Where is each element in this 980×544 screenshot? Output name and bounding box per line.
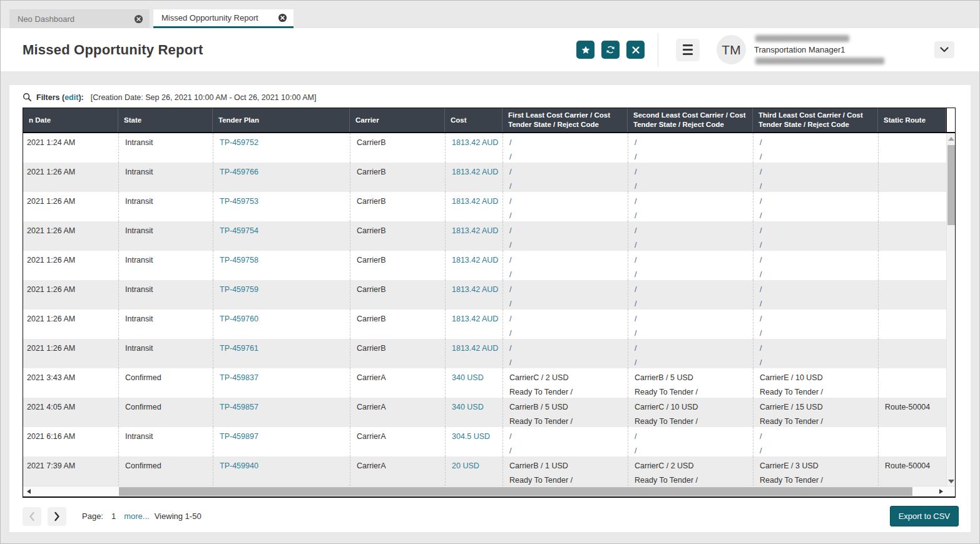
cell-text: Intransit xyxy=(125,226,153,235)
cell-cost: 1813.42 AUD xyxy=(445,310,503,339)
table-row[interactable]: 2021 6:16 AMIntransitTP-459897CarrierA30… xyxy=(23,427,946,456)
table-row[interactable]: 2021 7:39 AMConfirmedTP-459940CarrierA20… xyxy=(23,456,946,486)
column-header-tender-plan[interactable]: Tender Plan xyxy=(213,108,350,132)
tender-plan-link[interactable]: TP-459761 xyxy=(220,344,258,353)
scroll-down-icon[interactable] xyxy=(948,480,954,483)
user-menu-button[interactable] xyxy=(934,41,954,58)
table-row[interactable]: 2021 1:26 AMIntransitTP-459759CarrierB18… xyxy=(23,280,946,310)
column-header-cost[interactable]: Cost xyxy=(445,108,503,132)
cost-link[interactable]: 1813.42 AUD xyxy=(452,285,498,294)
scroll-up-icon[interactable] xyxy=(948,137,954,141)
menu-button[interactable] xyxy=(676,39,700,61)
table-row[interactable]: 2021 4:05 AMConfirmedTP-459857CarrierA34… xyxy=(23,398,946,427)
export-csv-button[interactable]: Export to CSV xyxy=(890,506,959,526)
tender-plan-link[interactable]: TP-459857 xyxy=(220,403,258,411)
column-header-third-least-cost[interactable]: Third Least Cost Carrier / Cost Tender S… xyxy=(753,108,878,132)
cell-state: Intransit xyxy=(118,310,213,339)
cell-date: 2021 3:43 AM xyxy=(23,368,118,398)
cell-first-least-cost: CarrierB / 5 USDReady To Tender / xyxy=(503,398,628,427)
scroll-left-icon[interactable] xyxy=(27,489,31,494)
tender-plan-link[interactable]: TP-459754 xyxy=(220,226,258,235)
cost-link[interactable]: 1813.42 AUD xyxy=(452,168,498,176)
cost-link[interactable]: 304.5 USD xyxy=(452,432,490,441)
column-header-static-route[interactable]: Static Route xyxy=(878,108,946,132)
first-least-cost-carrier-cost: CarrierC / 2 USD xyxy=(509,373,623,382)
tab-bar: Neo Dashboard Missed Opportunity Report xyxy=(1,1,979,28)
cost-link[interactable]: 1813.42 AUD xyxy=(452,197,498,206)
tab-missed-opportunity-report[interactable]: Missed Opportunity Report xyxy=(153,9,293,28)
horizontal-scroll-thumb[interactable] xyxy=(119,487,912,496)
vertical-scroll-thumb[interactable] xyxy=(947,145,955,225)
tender-plan-link[interactable]: TP-459837 xyxy=(220,373,258,382)
avatar[interactable]: TM xyxy=(717,35,746,64)
table-row[interactable]: 2021 1:26 AMIntransitTP-459761CarrierB18… xyxy=(23,339,946,368)
column-header-carrier[interactable]: Carrier xyxy=(350,108,445,132)
table-row[interactable]: 2021 3:43 AMConfirmedTP-459837CarrierA34… xyxy=(23,368,946,398)
scroll-right-icon[interactable] xyxy=(939,489,943,494)
cell-second-least-cost: // xyxy=(628,280,753,310)
third-least-cost-carrier-cost: CarrierE / 15 USD xyxy=(760,403,873,411)
tender-plan-link[interactable]: TP-459753 xyxy=(220,197,258,206)
column-header-second-least-cost[interactable]: Second Least Cost Carrier / Cost Tender … xyxy=(628,108,753,132)
more-pages-link[interactable]: more... xyxy=(124,511,149,521)
next-page-button[interactable] xyxy=(48,507,66,526)
cost-link[interactable]: 1813.42 AUD xyxy=(452,344,498,353)
cell-state: Confirmed xyxy=(118,398,213,427)
first-least-cost-tender-state: Ready To Tender / xyxy=(509,388,623,396)
cell-second-least-cost: // xyxy=(628,427,753,456)
tender-plan-link[interactable]: TP-459897 xyxy=(220,432,258,441)
cost-link[interactable]: 340 USD xyxy=(452,403,484,411)
cost-link[interactable]: 1813.42 AUD xyxy=(452,138,498,147)
cost-link[interactable]: 1813.42 AUD xyxy=(452,226,498,235)
table-row[interactable]: 2021 1:26 AMIntransitTP-459754CarrierB18… xyxy=(23,221,946,251)
tender-plan-link[interactable]: TP-459752 xyxy=(220,138,258,147)
refresh-button[interactable] xyxy=(601,41,620,59)
column-header-state[interactable]: State xyxy=(118,108,213,132)
cell-static-route xyxy=(878,339,946,368)
cell-cost: 1813.42 AUD xyxy=(445,221,503,251)
edit-filters-link[interactable]: edit xyxy=(64,93,78,102)
tab-neo-dashboard[interactable]: Neo Dashboard xyxy=(9,9,150,28)
cell-text: 2021 1:26 AM xyxy=(27,226,75,235)
tender-plan-link[interactable]: TP-459759 xyxy=(220,285,258,294)
tender-plan-link[interactable]: TP-459940 xyxy=(220,461,258,470)
first-least-cost-tender-state: / xyxy=(509,241,623,249)
vertical-scrollbar[interactable] xyxy=(946,133,955,486)
table-row[interactable]: 2021 1:26 AMIntransitTP-459766CarrierB18… xyxy=(23,163,946,192)
search-icon xyxy=(23,93,32,102)
close-report-button[interactable] xyxy=(626,41,645,59)
second-least-cost-carrier-cost: CarrierC / 10 USD xyxy=(635,403,748,411)
column-header-label: First Least Cost Carrier / Cost Tender S… xyxy=(508,111,622,129)
table-row[interactable]: 2021 1:26 AMIntransitTP-459753CarrierB18… xyxy=(23,192,946,221)
first-least-cost-tender-state: / xyxy=(509,446,623,455)
third-least-cost-tender-state: / xyxy=(760,358,873,367)
prev-page-button[interactable] xyxy=(23,507,41,526)
avatar-initials: TM xyxy=(722,43,740,58)
third-least-cost-tender-state: Ready To Tender / xyxy=(760,476,873,485)
close-icon[interactable] xyxy=(278,13,287,23)
cost-link[interactable]: 1813.42 AUD xyxy=(452,256,498,264)
cost-link[interactable]: 20 USD xyxy=(452,461,479,470)
table-row[interactable]: 2021 1:24 AMIntransitTP-459752CarrierB18… xyxy=(23,133,946,163)
cost-link[interactable]: 1813.42 AUD xyxy=(452,315,498,323)
tender-plan-link[interactable]: TP-459760 xyxy=(220,315,258,323)
tender-plan-link[interactable]: TP-459766 xyxy=(220,168,258,176)
second-least-cost-tender-state: / xyxy=(635,153,748,161)
close-icon[interactable] xyxy=(134,14,143,24)
cell-second-least-cost: CarrierC / 2 USDReady To Tender / xyxy=(628,456,753,486)
favorite-button[interactable] xyxy=(576,41,595,59)
column-header-date[interactable]: n Date xyxy=(23,108,118,132)
table-row[interactable]: 2021 1:26 AMIntransitTP-459758CarrierB18… xyxy=(23,251,946,280)
cell-date: 2021 1:26 AM xyxy=(23,251,118,280)
cell-tender-plan: TP-459759 xyxy=(213,280,350,310)
column-header-first-least-cost[interactable]: First Least Cost Carrier / Cost Tender S… xyxy=(503,108,628,132)
cell-third-least-cost: CarrierE / 10 USDReady To Tender / xyxy=(753,368,878,398)
cost-link[interactable]: 340 USD xyxy=(452,373,484,382)
cell-static-route xyxy=(878,192,946,221)
third-least-cost-carrier-cost: / xyxy=(760,197,873,206)
table-row[interactable]: 2021 1:26 AMIntransitTP-459760CarrierB18… xyxy=(23,310,946,339)
horizontal-scrollbar[interactable] xyxy=(23,486,955,496)
tender-plan-link[interactable]: TP-459758 xyxy=(220,256,258,264)
cell-third-least-cost: // xyxy=(753,280,878,310)
cell-carrier: CarrierB xyxy=(350,163,445,192)
